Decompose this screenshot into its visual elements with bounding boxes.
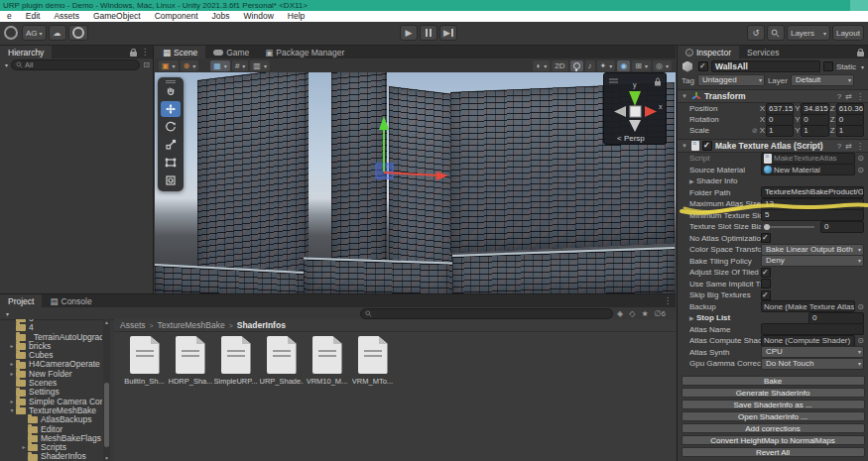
snap-increment-dropdown[interactable]: #▾	[232, 60, 248, 71]
tab-inspector[interactable]: iInspector	[678, 46, 739, 58]
orientation-gizmo[interactable]: y x < Persp	[603, 72, 667, 145]
foldout-icon[interactable]: ▼	[682, 93, 688, 99]
scene-lighting-toggle[interactable]	[570, 60, 583, 71]
asset-item[interactable]: BuiltIn_Sh...	[122, 336, 167, 386]
search-type-dropdown-icon[interactable]: ▾	[5, 61, 8, 68]
foldout-icon[interactable]: ▸	[8, 398, 16, 406]
object-name-field[interactable]: WallsAll	[711, 60, 820, 72]
neg-y-axis-cone[interactable]	[629, 120, 641, 132]
stop-list-size-field[interactable]: 0	[808, 312, 864, 324]
gizmo-x-arrowhead[interactable]	[436, 172, 448, 180]
y-value-field[interactable]: 0	[801, 114, 828, 126]
move-tool-button[interactable]	[161, 101, 181, 117]
preset-icon[interactable]: ⇄	[845, 142, 852, 151]
tab-project[interactable]: Project	[0, 294, 42, 307]
menu-item[interactable]: Assets	[47, 11, 86, 22]
lock-icon[interactable]	[655, 78, 661, 86]
tag-dropdown[interactable]: Untagged	[697, 74, 765, 86]
atlas-action-button[interactable]: Revert All	[682, 447, 865, 457]
static-checkbox[interactable]	[823, 61, 833, 71]
project-search-input[interactable]	[360, 308, 613, 319]
atlas-action-button[interactable]: Convert HeightMap to NormalMaps	[682, 435, 865, 445]
stop-list-row[interactable]: ▶ Stop List 0	[678, 312, 868, 324]
create-dropdown-icon[interactable]: ▾	[6, 310, 9, 317]
lock-icon[interactable]	[857, 49, 864, 57]
source-material-object-field[interactable]: New Material	[761, 164, 855, 175]
skip-big-textures-checkbox[interactable]	[761, 290, 771, 300]
center-cube[interactable]	[630, 106, 641, 117]
object-picker-icon[interactable]: ⊙	[857, 166, 864, 174]
atlas-synth-dropdown[interactable]: CPU	[761, 346, 864, 358]
pause-button[interactable]	[420, 25, 437, 41]
tab-services[interactable]: Services	[739, 46, 788, 58]
breadcrumb-current[interactable]: ShaderInfos	[237, 320, 286, 330]
grid-snapping-dropdown[interactable]: ▦▾	[210, 60, 230, 71]
help-icon[interactable]: ?	[837, 92, 841, 101]
z-value-field[interactable]: 1	[836, 125, 864, 137]
lock-icon[interactable]	[130, 49, 137, 57]
script-object-field[interactable]: MakeTextureAtlas	[761, 153, 855, 165]
search-filter-icon[interactable]: ⊡	[143, 60, 150, 69]
layer-dropdown[interactable]: Default	[791, 74, 854, 86]
minimum-texture-slot-field[interactable]: 5	[761, 209, 864, 221]
menu-item[interactable]: GameObject	[86, 11, 148, 22]
favorites-star-icon[interactable]: ★	[641, 309, 648, 318]
object-picker-icon[interactable]: ⊙	[857, 154, 864, 163]
maximum-atlas-size-field[interactable]: 13	[761, 198, 864, 210]
play-button[interactable]: ▶	[400, 25, 418, 41]
asset-item[interactable]: URP_Shade...	[259, 336, 304, 386]
scene-audio-toggle[interactable]: ♪	[585, 60, 595, 71]
tool-handle-pivot-dropdown[interactable]: ▣▾	[159, 60, 179, 71]
bake-tiling-policy-dropdown[interactable]: Deny	[761, 255, 864, 267]
color-space-dropdown[interactable]: Bake Linear Output Both	[761, 244, 864, 256]
scene-effects-dropdown[interactable]: ✦▾	[597, 60, 616, 71]
neg-x-axis-cone[interactable]	[614, 106, 626, 117]
search-button[interactable]	[767, 25, 785, 41]
search-by-type-icon[interactable]: ◈	[617, 309, 623, 318]
y-value-field[interactable]: 1	[801, 125, 828, 137]
account-dropdown[interactable]: AG▾	[22, 25, 47, 41]
search-by-label-icon[interactable]: ◇	[629, 309, 635, 318]
tab-hierarchy[interactable]: Hierarchy	[0, 46, 52, 58]
make-texture-atlas-header[interactable]: ▼ Make Texture Atlas (Script) ?⇄⋮	[678, 139, 868, 153]
tab-scene[interactable]: ▦Scene	[155, 46, 205, 58]
version-control-button[interactable]	[68, 25, 88, 41]
foldout-icon[interactable]: ▾	[8, 406, 16, 415]
asset-item[interactable]: SimpleURP...	[213, 336, 258, 386]
slot-size-bias-slider[interactable]	[765, 226, 814, 228]
grid-visibility-dropdown[interactable]: ▥▾	[250, 60, 270, 71]
hand-tool-button[interactable]	[161, 83, 181, 99]
layers-dropdown[interactable]: Layers▾	[787, 25, 830, 41]
static-dropdown-icon[interactable]: ▾	[861, 63, 864, 70]
perspective-label[interactable]: < Persp	[617, 134, 645, 143]
help-icon[interactable]: ?	[837, 142, 841, 151]
scene-visibility-toggle[interactable]: ◉	[617, 60, 630, 71]
atlas-action-button[interactable]: Save ShaderInfo as ...	[682, 400, 865, 409]
menu-item[interactable]: Jobs	[205, 11, 237, 22]
step-button[interactable]: ▶	[439, 25, 457, 41]
scroll-down-icon[interactable]: ▼	[103, 455, 110, 461]
undo-history-button[interactable]: ↺	[747, 25, 765, 41]
layout-dropdown[interactable]: Layout	[832, 25, 864, 41]
folder-path-field[interactable]: TextureMeshBakeProduct/Genera	[761, 186, 864, 198]
hierarchy-search-input[interactable]: All	[11, 59, 140, 70]
component-menu-icon[interactable]: ⋮	[856, 92, 864, 101]
scroll-up-icon[interactable]: ▲	[103, 319, 110, 325]
object-picker-icon[interactable]: ⊙	[857, 302, 864, 311]
tool-handle-rotation-dropdown[interactable]: ⊕▾	[181, 60, 199, 71]
scale-tool-button[interactable]	[161, 137, 181, 153]
foldout-icon[interactable]: ▸	[8, 370, 16, 379]
active-checkbox[interactable]	[698, 61, 708, 71]
menu-item[interactable]: Edit	[19, 11, 48, 22]
z-value-field[interactable]: 610.36	[836, 103, 864, 115]
atlas-action-button[interactable]: Open ShaderInfo ...	[682, 411, 865, 421]
menu-item[interactable]: Component	[148, 11, 205, 22]
menu-item[interactable]: Help	[281, 11, 311, 22]
atlas-action-button[interactable]: Bake	[682, 376, 865, 386]
breadcrumb-folder[interactable]: TextureMeshBake	[158, 320, 225, 330]
y-axis-cone[interactable]	[629, 91, 641, 106]
transform-tool-button[interactable]	[161, 173, 181, 188]
overlay-menu-icon[interactable]	[609, 79, 618, 82]
gizmos-dropdown[interactable]: ◎▾	[653, 60, 672, 71]
menu-item[interactable]: e	[0, 11, 19, 22]
